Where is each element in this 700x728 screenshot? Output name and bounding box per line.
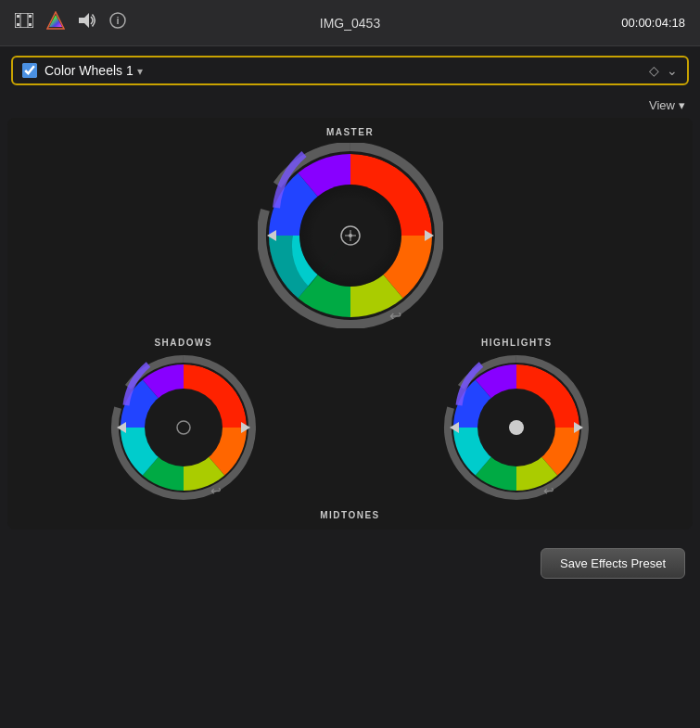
effect-expand-icon[interactable]: ⌄ — [667, 63, 678, 78]
svg-rect-1 — [17, 15, 19, 18]
effect-name: Color Wheels 1 ▾ — [45, 63, 642, 78]
svg-text:↩: ↩ — [210, 483, 222, 498]
playhead-time: 00:00:04:18 — [621, 16, 685, 30]
effect-row[interactable]: Color Wheels 1 ▾ ◇ ⌄ — [11, 56, 689, 85]
svg-point-24 — [145, 389, 223, 466]
effect-dropdown-arrow[interactable]: ▾ — [137, 65, 143, 78]
midtones-label: MIDTONES — [320, 510, 380, 520]
toolbar: i IMG_0453 00:00:04:18 — [0, 0, 700, 46]
bottom-wheels: SHADOWS — [17, 338, 683, 502]
svg-point-31 — [509, 420, 524, 435]
highlights-color-wheel[interactable]: ↩ — [442, 353, 591, 502]
clip-title: IMG_0453 — [320, 16, 380, 31]
highlights-wheel-wrapper[interactable]: ↩ — [442, 353, 591, 502]
svg-text:↩: ↩ — [388, 308, 401, 324]
save-effects-preset-button[interactable]: Save Effects Preset — [541, 548, 685, 579]
film-icon[interactable] — [15, 13, 33, 32]
master-wheel-wrapper[interactable]: ↩ — [258, 143, 443, 328]
shadows-section: SHADOWS — [109, 338, 258, 502]
svg-text:i: i — [116, 15, 119, 26]
svg-rect-2 — [29, 15, 32, 18]
highlights-section: HIGHLIGHTS — [442, 338, 591, 502]
svg-rect-4 — [29, 23, 32, 26]
master-color-wheel[interactable]: ↩ — [258, 143, 443, 328]
color-wheels-panel: MASTER — [7, 118, 693, 530]
info-icon[interactable]: i — [109, 12, 126, 33]
keyframe-diamond-icon[interactable]: ◇ — [649, 63, 659, 78]
shadows-wheel-wrapper[interactable]: ↩ — [109, 353, 258, 502]
color-icon[interactable] — [46, 11, 65, 34]
svg-rect-3 — [17, 23, 19, 26]
view-button[interactable]: View ▾ — [649, 98, 685, 112]
svg-marker-10 — [79, 13, 89, 28]
toolbar-icons: i — [15, 11, 126, 34]
shadows-label: SHADOWS — [154, 338, 212, 348]
audio-icon[interactable] — [78, 12, 96, 33]
shadows-color-wheel[interactable]: ↩ — [109, 353, 258, 502]
footer: Save Effects Preset — [0, 537, 700, 590]
svg-text:↩: ↩ — [543, 483, 554, 498]
effect-enable-checkbox[interactable] — [22, 63, 37, 78]
highlights-label: HIGHLIGHTS — [481, 338, 553, 348]
master-section: MASTER — [17, 127, 683, 328]
master-label: MASTER — [326, 127, 374, 137]
view-row: View ▾ — [0, 95, 700, 118]
